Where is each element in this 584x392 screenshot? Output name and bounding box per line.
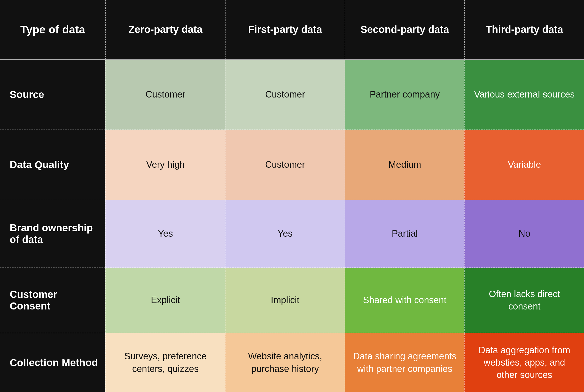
collection-label: Collection Method bbox=[0, 333, 105, 392]
collection-third-value: Data aggregation from websties, apps, an… bbox=[472, 344, 577, 381]
consent-second-cell: Shared with consent bbox=[345, 268, 464, 333]
consent-second-value: Shared with consent bbox=[363, 294, 446, 306]
consent-first-value: Implicit bbox=[271, 294, 300, 306]
col-header-first: First-party data bbox=[225, 0, 345, 60]
source-label: Source bbox=[0, 60, 105, 130]
brand-first-value: Yes bbox=[277, 228, 293, 240]
collection-zero-cell: Surveys, preference centers, quizzes bbox=[105, 333, 225, 392]
quality-second-cell: Medium bbox=[345, 130, 464, 200]
col-header-second: Second-party data bbox=[345, 0, 464, 60]
brand-zero-value: Yes bbox=[158, 228, 173, 240]
source-first-cell: Customer bbox=[225, 60, 345, 130]
col-header-zero: Zero-party data bbox=[105, 0, 225, 60]
source-zero-value: Customer bbox=[146, 88, 186, 101]
comparison-table: Type of data Zero-party data First-party… bbox=[0, 0, 584, 392]
source-third-cell: Various external sources bbox=[464, 60, 584, 130]
col-header-third: Third-party data bbox=[464, 0, 584, 60]
quality-third-cell: Variable bbox=[464, 130, 584, 200]
collection-first-value: Website analytics, purchase history bbox=[233, 350, 338, 375]
header-top-left: Type of data bbox=[0, 0, 105, 60]
collection-first-cell: Website analytics, purchase history bbox=[225, 333, 345, 392]
consent-third-value: Often lacks direct consent bbox=[472, 288, 577, 313]
brand-first-cell: Yes bbox=[225, 200, 345, 268]
source-first-value: Customer bbox=[265, 88, 305, 101]
quality-second-value: Medium bbox=[388, 158, 421, 171]
collection-second-cell: Data sharing agreements with partner com… bbox=[345, 333, 464, 392]
quality-first-value: Customer bbox=[265, 158, 305, 171]
type-of-data-label: Type of data bbox=[20, 23, 85, 36]
collection-third-cell: Data aggregation from websties, apps, an… bbox=[464, 333, 584, 392]
brand-label: Brand ownership of data bbox=[0, 200, 105, 268]
quality-label: Data Quality bbox=[0, 130, 105, 200]
source-second-cell: Partner company bbox=[345, 60, 464, 130]
brand-third-cell: No bbox=[464, 200, 584, 268]
consent-zero-value: Explicit bbox=[151, 294, 180, 306]
consent-first-cell: Implicit bbox=[225, 268, 345, 333]
brand-zero-cell: Yes bbox=[105, 200, 225, 268]
collection-second-value: Data sharing agreements with partner com… bbox=[353, 350, 457, 375]
consent-zero-cell: Explicit bbox=[105, 268, 225, 333]
collection-zero-value: Surveys, preference centers, quizzes bbox=[113, 350, 218, 375]
consent-label: Customer Consent bbox=[0, 268, 105, 333]
source-zero-cell: Customer bbox=[105, 60, 225, 130]
quality-third-value: Variable bbox=[508, 158, 541, 171]
brand-third-value: No bbox=[519, 228, 530, 240]
brand-second-value: Partial bbox=[392, 228, 418, 240]
brand-second-cell: Partial bbox=[345, 200, 464, 268]
quality-zero-value: Very high bbox=[146, 158, 185, 171]
source-second-value: Partner company bbox=[370, 88, 440, 101]
quality-first-cell: Customer bbox=[225, 130, 345, 200]
consent-third-cell: Often lacks direct consent bbox=[464, 268, 584, 333]
quality-zero-cell: Very high bbox=[105, 130, 225, 200]
source-third-value: Various external sources bbox=[474, 88, 574, 101]
